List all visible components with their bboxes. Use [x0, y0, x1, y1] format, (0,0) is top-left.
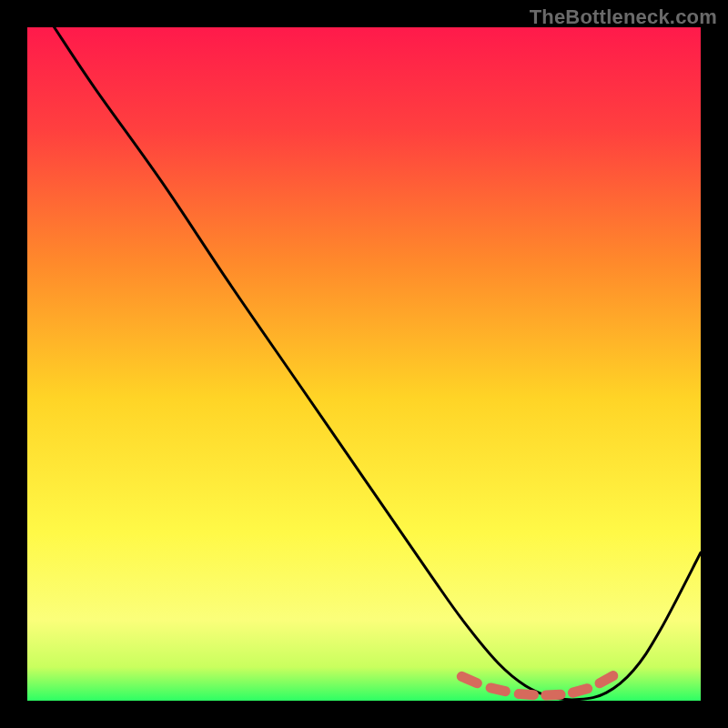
chart-background-gradient: [27, 27, 701, 701]
chart-area: [27, 27, 701, 701]
svg-rect-0: [27, 27, 701, 701]
watermark-text: TheBottleneck.com: [530, 5, 717, 29]
